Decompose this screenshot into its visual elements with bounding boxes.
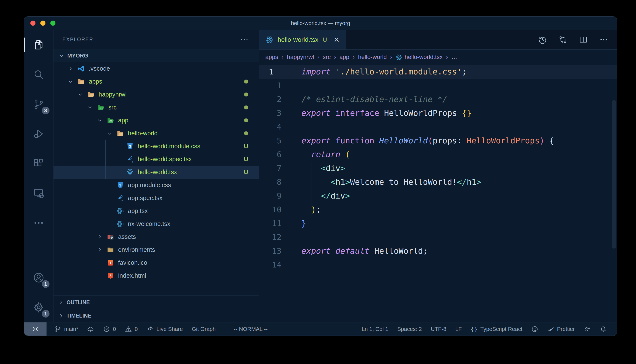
open-changes-icon[interactable] — [558, 35, 567, 44]
tree-item-nx-welcome-tsx[interactable]: nx-welcome.tsx — [54, 218, 259, 230]
code-line[interactable]: 11} — [259, 216, 617, 230]
code-line[interactable]: 1import './hello-world.module.css'; — [259, 65, 617, 79]
dot-icon — [244, 131, 248, 135]
history-icon[interactable] — [538, 35, 547, 44]
tree-item-hello-world-spec-tsx[interactable]: TShello-world.spec.tsxU — [54, 153, 259, 166]
breadcrumb-item-[interactable]: … — [451, 54, 457, 60]
root-folder-label: MYORG — [67, 52, 88, 59]
code-editor[interactable]: 1import './hello-world.module.css';12/* … — [259, 64, 617, 322]
breadcrumb-item-src[interactable]: src — [323, 54, 331, 60]
activity-item-accounts[interactable]: 1 — [24, 263, 53, 292]
tree-item-app-spec-tsx[interactable]: TSapp.spec.tsx — [54, 192, 259, 204]
tree-item-app-module-css[interactable]: 3app.module.css — [54, 178, 259, 192]
tree-item-label: app — [118, 117, 128, 124]
remote-indicator[interactable] — [24, 322, 47, 336]
status-eol[interactable]: LF — [455, 326, 462, 332]
code-line[interactable]: 9 </div> — [259, 189, 617, 203]
tree-item-vscode[interactable]: .vscode — [54, 62, 259, 75]
status-warnings[interactable]: 0 — [125, 326, 138, 332]
tree-indent-guide — [105, 153, 106, 166]
search-icon — [33, 69, 44, 80]
breadcrumb-item-hello-world[interactable]: hello-world — [358, 54, 387, 60]
sidebar-section-outline[interactable]: OUTLINE — [54, 296, 259, 309]
activity-item-run-debug[interactable] — [24, 119, 53, 149]
git-untracked-badge: U — [240, 156, 252, 163]
tree-item-app-tsx[interactable]: app.tsx — [54, 204, 259, 218]
activity-item-search[interactable] — [24, 60, 53, 89]
explorer-sidebar: EXPLORER ⋯ MYORG .vscodeappshappynrwlsrc… — [54, 30, 259, 322]
split-editor-icon[interactable] — [579, 35, 588, 44]
close-tab-icon[interactable]: × — [334, 36, 339, 43]
code-line[interactable]: 14 — [259, 258, 617, 272]
breadcrumb-separator: › — [317, 54, 319, 60]
tree-item-label: hello-world — [128, 130, 158, 137]
tree-item-assets[interactable]: assets — [54, 230, 259, 243]
activity-item-settings[interactable]: 1 — [24, 292, 53, 322]
react-icon — [116, 220, 124, 228]
minimize-window-button[interactable] — [40, 20, 46, 26]
status-git-branch[interactable]: main* — [54, 326, 78, 332]
tree-item-favicon-ico[interactable]: ★favicon.ico — [54, 256, 259, 269]
activity-bar-bottom: 11 — [24, 263, 53, 322]
tree-item-index-html[interactable]: 5index.html — [54, 269, 259, 282]
activity-item-explorer[interactable] — [24, 30, 53, 60]
code-line[interactable]: 7 <div> — [259, 162, 617, 175]
code-text — [291, 79, 301, 92]
zoom-window-button[interactable] — [50, 20, 56, 26]
status-git-graph[interactable]: Git Graph — [192, 326, 216, 332]
sidebar-section-timeline[interactable]: TIMELINE — [54, 309, 259, 322]
code-line[interactable]: 2/* eslint-disable-next-line */ — [259, 92, 617, 106]
folder-env-icon — [107, 246, 114, 254]
activity-item-extensions[interactable] — [24, 149, 53, 178]
activity-item-source-control[interactable]: 3 — [24, 89, 53, 119]
code-line[interactable]: 4 — [259, 120, 617, 134]
status-vim-mode[interactable]: -- NORMAL -- — [234, 326, 268, 332]
tree-root-myorg[interactable]: MYORG — [54, 49, 259, 62]
code-line[interactable]: 1 — [259, 79, 617, 92]
status-github[interactable] — [531, 326, 538, 332]
code-line[interactable]: 13export default HelloWorld; — [259, 244, 617, 258]
breadcrumb-item-happynrwl[interactable]: happynrwl — [287, 54, 314, 60]
tree-item-hello-world-tsx[interactable]: hello-world.tsxU — [54, 166, 259, 178]
status-live-share[interactable]: Live Share — [147, 326, 183, 332]
untracked-letter: U — [244, 143, 248, 150]
more-actions-icon[interactable] — [599, 35, 608, 44]
title-bar[interactable]: hello-world.tsx — myorg — [24, 16, 617, 30]
code-line[interactable]: 12 — [259, 230, 617, 244]
code-line[interactable]: 3export interface HelloWorldProps {} — [259, 106, 617, 120]
tree-item-app[interactable]: app — [54, 114, 259, 127]
code-line[interactable]: 8 <h1>Welcome to HelloWorld!</h1> — [259, 175, 617, 189]
status-cursor-position[interactable]: Ln 1, Col 1 — [361, 326, 388, 332]
code-text: <h1>Welcome to HelloWorld!</h1> — [291, 175, 481, 189]
line-number: 8 — [259, 175, 291, 189]
tab-hello-world-tsx[interactable]: hello-world.tsx U × — [259, 30, 346, 50]
activity-item-remote-explorer[interactable] — [24, 178, 53, 208]
status-language-mode[interactable]: {}TypeScript React — [471, 326, 523, 332]
breadcrumb-item-apps[interactable]: apps — [265, 54, 278, 60]
status-notifications[interactable] — [600, 326, 607, 332]
close-window-button[interactable] — [30, 20, 36, 26]
code-line[interactable]: 6 return ( — [259, 148, 617, 162]
code-line[interactable]: 10 ); — [259, 203, 617, 216]
svg-text:TS: TS — [120, 199, 124, 202]
breadcrumb-item-hello-world-tsx[interactable]: hello-world.tsx — [395, 54, 443, 60]
tree-item-apps[interactable]: apps — [54, 75, 259, 88]
tree-item-happynrwl[interactable]: happynrwl — [54, 88, 259, 101]
tree-item-environments[interactable]: environments — [54, 243, 259, 256]
svg-text:3: 3 — [119, 183, 121, 187]
status-prettier[interactable]: Prettier — [547, 326, 575, 332]
svg-text:TS: TS — [130, 160, 133, 163]
code-line[interactable]: 5export function HelloWorld(props: Hello… — [259, 134, 617, 148]
tree-item-hello-world[interactable]: hello-world — [54, 127, 259, 140]
status-feedback[interactable] — [584, 326, 591, 332]
activity-bar: 3 11 — [24, 30, 54, 322]
status-sync[interactable] — [87, 326, 94, 332]
breadcrumb-item-app[interactable]: app — [339, 54, 349, 60]
tree-item-hello-world-module-css[interactable]: 3hello-world.module.cssU — [54, 140, 259, 153]
activity-item-more[interactable] — [24, 208, 53, 238]
status-indentation[interactable]: Spaces: 2 — [397, 326, 422, 332]
breadcrumb-label: apps — [265, 54, 278, 60]
status-errors[interactable]: 0 — [103, 326, 116, 332]
status-encoding[interactable]: UTF-8 — [431, 326, 447, 332]
tree-item-src[interactable]: src — [54, 101, 259, 114]
